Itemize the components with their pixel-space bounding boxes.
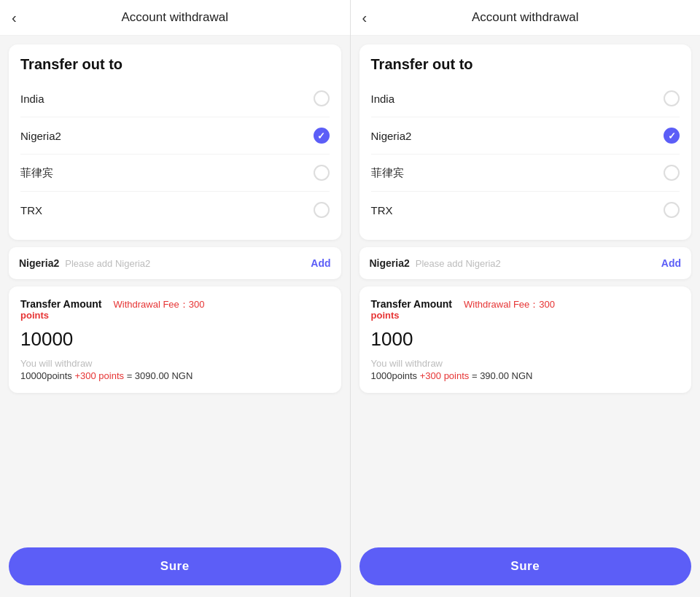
amount-input[interactable]: 1000: [371, 328, 680, 351]
header: ‹Account withdrawal: [0, 0, 350, 36]
bonus-points-label: +300 points: [74, 370, 124, 381]
withdrawal-fee-label: Withdrawal Fee：300: [464, 298, 555, 311]
withdraw-info-label: You will withdraw: [371, 358, 680, 369]
radio-unchecked-icon[interactable]: [664, 90, 680, 106]
amount-card: Transfer AmountpointsWithdrawal Fee：3001…: [9, 286, 341, 393]
nigeria-placeholder: Please add Nigeria2: [65, 258, 305, 269]
withdraw-calc: 1000points +300 points = 390.00 NGN: [371, 370, 680, 381]
nigeria-placeholder: Please add Nigeria2: [416, 258, 656, 269]
country-name: 菲律宾: [20, 166, 53, 180]
back-button[interactable]: ‹: [12, 10, 17, 25]
sure-button[interactable]: Sure: [359, 547, 692, 585]
country-name: TRX: [371, 204, 393, 216]
country-name: Nigeria2: [20, 130, 61, 142]
nigeria-add-row: Nigeria2Please add Nigeria2Add: [9, 247, 341, 279]
radio-unchecked-icon[interactable]: [314, 165, 330, 181]
country-name: India: [20, 93, 44, 105]
country-name: Nigeria2: [371, 130, 412, 142]
points-label: points: [371, 310, 453, 321]
radio-unchecked-icon[interactable]: [314, 90, 330, 106]
transfer-to-card: Transfer out toIndiaNigeria2菲律宾TRX: [359, 44, 692, 240]
transfer-to-title: Transfer out to: [371, 56, 680, 73]
page-title: Account withdrawal: [122, 10, 228, 25]
add-button[interactable]: Add: [311, 257, 330, 269]
screen-2: ‹Account withdrawalTransfer out toIndiaN…: [350, 0, 701, 597]
content-area: Transfer out toIndiaNigeria2菲律宾TRXNigeri…: [351, 36, 701, 547]
add-button[interactable]: Add: [661, 257, 681, 269]
content-area: Transfer out toIndiaNigeria2菲律宾TRXNigeri…: [0, 36, 350, 547]
withdrawal-fee-label: Withdrawal Fee：300: [114, 298, 205, 311]
sure-button[interactable]: Sure: [9, 547, 341, 585]
nigeria-label: Nigeria2: [370, 257, 410, 269]
country-row-2[interactable]: 菲律宾: [371, 155, 680, 192]
amount-header: Transfer AmountpointsWithdrawal Fee：300: [20, 298, 330, 321]
country-row-3[interactable]: TRX: [20, 192, 330, 228]
screens-container: ‹Account withdrawalTransfer out toIndiaN…: [0, 0, 700, 597]
withdraw-info-label: You will withdraw: [20, 358, 330, 369]
amount-label-block: Transfer Amountpoints: [20, 298, 102, 321]
country-row-3[interactable]: TRX: [371, 192, 680, 228]
amount-header: Transfer AmountpointsWithdrawal Fee：300: [371, 298, 680, 321]
points-label: points: [20, 310, 102, 321]
radio-unchecked-icon[interactable]: [664, 165, 680, 181]
radio-unchecked-icon[interactable]: [664, 202, 680, 218]
transfer-to-card: Transfer out toIndiaNigeria2菲律宾TRX: [9, 44, 341, 240]
radio-checked-icon[interactable]: [314, 128, 330, 144]
country-row-0[interactable]: India: [371, 80, 680, 117]
country-row-1[interactable]: Nigeria2: [20, 117, 330, 155]
amount-card: Transfer AmountpointsWithdrawal Fee：3001…: [359, 286, 692, 393]
country-name: TRX: [20, 204, 42, 216]
nigeria-label: Nigeria2: [19, 257, 59, 269]
country-row-1[interactable]: Nigeria2: [371, 117, 680, 155]
amount-label-block: Transfer Amountpoints: [371, 298, 453, 321]
withdraw-calc: 10000points +300 points = 3090.00 NGN: [20, 370, 330, 381]
bonus-points-label: +300 points: [420, 370, 470, 381]
radio-unchecked-icon[interactable]: [314, 202, 330, 218]
country-name: 菲律宾: [371, 166, 404, 180]
back-button[interactable]: ‹: [362, 10, 368, 25]
screen-1: ‹Account withdrawalTransfer out toIndiaN…: [0, 0, 350, 597]
amount-input[interactable]: 10000: [20, 328, 330, 351]
country-name: India: [371, 93, 395, 105]
page-title: Account withdrawal: [472, 10, 578, 25]
transfer-amount-label: Transfer Amount: [20, 298, 102, 310]
header: ‹Account withdrawal: [351, 0, 701, 36]
transfer-to-title: Transfer out to: [20, 56, 330, 73]
country-row-0[interactable]: India: [20, 80, 330, 117]
country-row-2[interactable]: 菲律宾: [20, 155, 330, 192]
nigeria-add-row: Nigeria2Please add Nigeria2Add: [359, 247, 692, 279]
radio-checked-icon[interactable]: [664, 128, 680, 144]
transfer-amount-label: Transfer Amount: [371, 298, 453, 310]
